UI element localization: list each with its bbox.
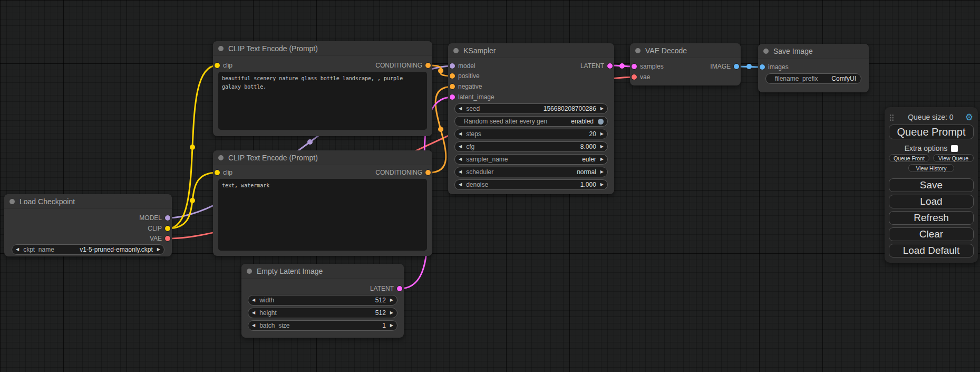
input-slot-vae[interactable]: vae — [632, 72, 650, 82]
output-slot-model[interactable]: MODEL — [139, 213, 170, 223]
collapse-dot-icon[interactable] — [763, 49, 769, 54]
model-slot-dot[interactable] — [165, 215, 170, 221]
next-arrow-icon[interactable]: ▶ — [390, 323, 393, 328]
next-arrow-icon[interactable]: ▶ — [600, 183, 604, 187]
output-slot-latent[interactable]: LATENT — [580, 61, 613, 71]
filename-prefix-widget[interactable]: filename_prefix ComfyUI — [765, 73, 861, 84]
load-button[interactable]: Load — [889, 195, 974, 208]
output-slot-conditioning[interactable]: CONDITIONING — [375, 60, 431, 71]
next-arrow-icon[interactable]: ▶ — [600, 145, 604, 149]
sampler-name-widget[interactable]: ◀ sampler_name euler ▶ — [454, 154, 608, 165]
prev-arrow-icon[interactable]: ◀ — [16, 247, 19, 252]
widget-label: sampler_name — [466, 156, 508, 163]
conditioning-slot-dot[interactable] — [425, 170, 431, 175]
node-empty-latent-image[interactable]: Empty Latent Image LATENT ◀ width 512 ▶ … — [241, 264, 404, 338]
latent-slot-dot[interactable] — [450, 94, 455, 100]
ckpt-name-widget[interactable]: ◀ ckpt_name v1-5-pruned-emaonly.ckpt ▶ — [12, 244, 164, 255]
latent-slot-dot[interactable] — [607, 63, 613, 69]
input-slot-model[interactable]: model — [450, 61, 476, 71]
input-slot-clip[interactable]: clip — [215, 60, 232, 71]
prev-arrow-icon[interactable]: ◀ — [459, 183, 462, 187]
collapse-dot-icon[interactable] — [218, 155, 224, 160]
clear-button[interactable]: Clear — [889, 227, 974, 241]
clip-slot-dot[interactable] — [215, 63, 220, 68]
next-arrow-icon[interactable]: ▶ — [600, 157, 604, 161]
input-slot-latent-image[interactable]: latent_image — [450, 92, 494, 102]
scheduler-widget[interactable]: ◀ scheduler normal ▶ — [454, 167, 608, 177]
node-vae-decode[interactable]: VAE Decode samples IMAGE vae — [630, 43, 741, 85]
random-seed-toggle-widget[interactable]: Random seed after every gen enabled — [454, 116, 608, 127]
node-ksampler[interactable]: KSampler model LATENT positive negative … — [448, 43, 614, 194]
node-load-checkpoint[interactable]: Load Checkpoint MODEL CLIP VAE ◀ ckpt_na… — [4, 194, 172, 256]
input-slot-clip[interactable]: clip — [215, 167, 232, 178]
save-button[interactable]: Save — [889, 178, 974, 192]
input-slot-negative[interactable]: negative — [450, 81, 482, 92]
node-save-image[interactable]: Save Image images filename_prefix ComfyU… — [758, 44, 869, 92]
collapse-dot-icon[interactable] — [635, 48, 641, 53]
height-widget[interactable]: ◀ height 512 ▶ — [248, 308, 397, 318]
denoise-widget[interactable]: ◀ denoise 1.000 ▶ — [454, 179, 608, 190]
width-widget[interactable]: ◀ width 512 ▶ — [248, 295, 397, 306]
steps-widget[interactable]: ◀ steps 20 ▶ — [454, 129, 608, 139]
cfg-widget[interactable]: ◀ cfg 8.000 ▶ — [454, 141, 608, 152]
output-slot-conditioning[interactable]: CONDITIONING — [375, 167, 431, 178]
node-canvas[interactable]: Load Checkpoint MODEL CLIP VAE ◀ ckpt_na… — [0, 0, 980, 372]
clip-slot-dot[interactable] — [215, 170, 220, 175]
input-slot-images[interactable]: images — [760, 62, 789, 72]
next-arrow-icon[interactable]: ▶ — [600, 170, 604, 174]
next-arrow-icon[interactable]: ▶ — [600, 107, 604, 111]
vae-slot-dot[interactable] — [165, 236, 170, 241]
refresh-button[interactable]: Refresh — [889, 211, 974, 225]
prev-arrow-icon[interactable]: ◀ — [459, 107, 462, 111]
toggle-dot-icon[interactable] — [598, 119, 604, 125]
conditioning-slot-dot[interactable] — [425, 63, 431, 68]
collapse-dot-icon[interactable] — [453, 48, 459, 53]
conditioning-slot-dot[interactable] — [450, 73, 455, 79]
node-clip-encode-positive[interactable]: CLIP Text Encode (Prompt) clip CONDITION… — [213, 41, 432, 136]
extra-options-checkbox[interactable] — [951, 145, 958, 152]
prev-arrow-icon[interactable]: ◀ — [252, 323, 255, 328]
conditioning-slot-dot[interactable] — [450, 84, 455, 89]
latent-slot-dot[interactable] — [632, 64, 637, 69]
node-clip-encode-negative[interactable]: CLIP Text Encode (Prompt) clip CONDITION… — [213, 150, 432, 256]
collapse-dot-icon[interactable] — [218, 46, 224, 51]
output-slot-latent[interactable]: LATENT — [370, 283, 402, 294]
next-arrow-icon[interactable]: ▶ — [600, 132, 604, 136]
input-slot-samples[interactable]: samples — [632, 61, 664, 72]
image-slot-dot[interactable] — [734, 64, 739, 69]
prev-arrow-icon[interactable]: ◀ — [459, 132, 462, 136]
drag-handle-icon[interactable] — [889, 113, 894, 121]
view-history-button[interactable]: View History — [908, 164, 954, 172]
model-slot-dot[interactable] — [450, 63, 455, 69]
prev-arrow-icon[interactable]: ◀ — [459, 157, 462, 161]
seed-widget[interactable]: ◀ seed 156680208700286 ▶ — [454, 103, 608, 114]
menu-header: Queue size: 0 ⚙ — [885, 111, 978, 123]
widget-value: enabled — [571, 118, 594, 125]
widget-value: 512 — [375, 297, 386, 304]
settings-gear-icon[interactable]: ⚙ — [965, 113, 973, 122]
prev-arrow-icon[interactable]: ◀ — [459, 145, 462, 149]
prev-arrow-icon[interactable]: ◀ — [459, 170, 462, 174]
latent-slot-dot[interactable] — [397, 286, 402, 291]
batch-size-widget[interactable]: ◀ batch_size 1 ▶ — [248, 320, 397, 331]
next-arrow-icon[interactable]: ▶ — [390, 311, 393, 315]
load-default-button[interactable]: Load Default — [889, 244, 974, 257]
prompt-textarea[interactable]: beautiful scenery nature glass bottle la… — [218, 72, 427, 130]
clip-slot-dot[interactable] — [165, 226, 170, 231]
queue-front-button[interactable]: Queue Front — [889, 154, 929, 162]
image-slot-dot[interactable] — [760, 64, 765, 70]
prev-arrow-icon[interactable]: ◀ — [252, 298, 255, 302]
prev-arrow-icon[interactable]: ◀ — [252, 311, 255, 315]
prompt-textarea[interactable]: text, watermark — [218, 179, 427, 251]
vae-slot-dot[interactable] — [632, 74, 637, 80]
input-slot-positive[interactable]: positive — [450, 71, 480, 81]
queue-prompt-button[interactable]: Queue Prompt — [889, 125, 974, 139]
output-slot-image[interactable]: IMAGE — [710, 61, 739, 72]
output-slot-vae[interactable]: VAE — [150, 233, 170, 244]
collapse-dot-icon[interactable] — [9, 199, 15, 204]
next-arrow-icon[interactable]: ▶ — [390, 298, 393, 302]
collapse-dot-icon[interactable] — [247, 269, 252, 274]
next-arrow-icon[interactable]: ▶ — [157, 247, 160, 252]
output-slot-clip[interactable]: CLIP — [148, 223, 170, 234]
view-queue-button[interactable]: View Queue — [933, 154, 974, 162]
